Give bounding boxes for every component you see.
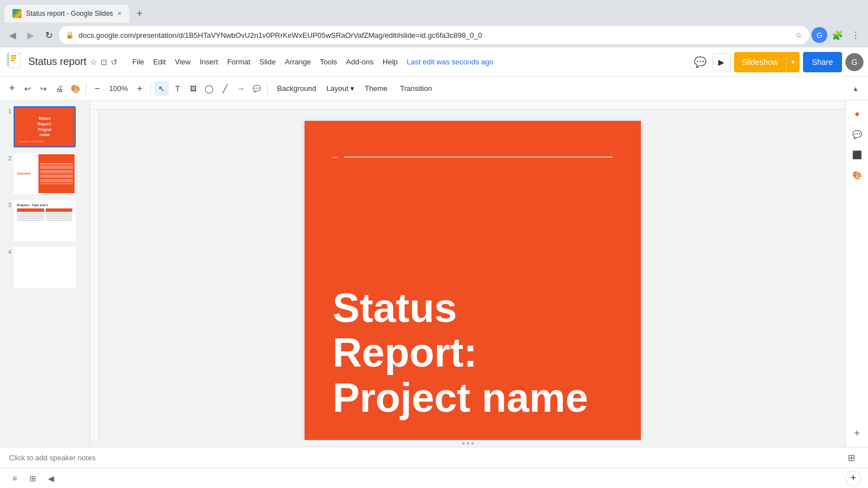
ruler-horizontal [90, 101, 845, 110]
tab-bar: Status report - Google Slides × + [0, 0, 868, 23]
toggle-panel-button[interactable]: ◀ [43, 470, 59, 486]
cursor-tool[interactable]: ↖ [154, 81, 169, 96]
secondary-toolbar: + ↩ ↪ 🖨 🎨 − 100% + ↖ T 🖼 ◯ ╱ → 💬 Backgro… [0, 77, 868, 101]
slide-num-1: 1 [3, 106, 11, 115]
menu-icon[interactable]: ⋮ [848, 27, 863, 43]
undo-tool[interactable]: ↩ [20, 81, 35, 96]
slide-preview-4[interactable] [14, 247, 76, 288]
address-bar-row: ◀ ▶ ↻ 🔒 docs.google.com/presentation/d/1… [0, 23, 868, 47]
menu-format[interactable]: Format [223, 55, 255, 68]
app-logo [5, 52, 25, 72]
slideshow-button-group: Slideshow ▾ [734, 52, 800, 72]
menu-file[interactable]: File [128, 55, 149, 68]
slide-title-text: Status Report: Project name [333, 286, 613, 420]
main-content: 1 StatusReport:Projectname Your Name • 0… [0, 101, 868, 447]
notes-placeholder: Click to add speaker notes [9, 454, 96, 462]
address-bar[interactable]: 🔒 docs.google.com/presentation/d/1B5HTaV… [59, 26, 809, 44]
slide-preview-1[interactable]: StatusReport:Projectname Your Name • 09.… [14, 106, 76, 147]
present-icon-button[interactable]: ▶ [713, 53, 731, 71]
thumb-overview-label: Overview [17, 172, 36, 176]
arrow-tool[interactable]: → [233, 81, 248, 96]
comments-button[interactable]: 💬 [691, 53, 709, 71]
zoom-out-tool[interactable]: − [90, 81, 105, 96]
profile-icon[interactable]: G [811, 27, 827, 43]
add-slide-tool[interactable]: + [5, 81, 19, 96]
canvas-wrapper: – Status Report: Project name Your Name … [99, 110, 845, 440]
print-tool[interactable]: 🖨 [52, 81, 67, 96]
thumb-title-1: StatusReport:Projectname [38, 116, 52, 138]
side-comments-button[interactable]: 💬 [848, 125, 866, 143]
transition-button[interactable]: Transition [394, 81, 438, 96]
share-button[interactable]: Share [803, 52, 842, 72]
back-button[interactable]: ◀ [5, 27, 20, 43]
move-icon[interactable]: ⊡ [101, 58, 107, 67]
bookmark-icon[interactable]: ☆ [795, 30, 802, 40]
menu-slide[interactable]: Slide [255, 55, 280, 68]
paint-tool[interactable]: 🎨 [68, 81, 83, 96]
history-icon[interactable]: ↺ [111, 58, 118, 67]
menu-edit[interactable]: Edit [149, 55, 170, 68]
notes-expand-button[interactable]: ⊞ [843, 450, 859, 465]
reload-button[interactable]: ↻ [41, 27, 57, 43]
app-title: Status report [28, 56, 86, 68]
slide-num-4: 4 [3, 247, 11, 255]
new-tab-button[interactable]: + [132, 6, 147, 21]
slide-dash: – [333, 152, 338, 162]
grid-view-button[interactable]: ⊞ [25, 470, 41, 486]
zoom-in-tool[interactable]: + [132, 81, 147, 96]
tool-separator-3 [267, 82, 268, 95]
redo-tool[interactable]: ↪ [36, 81, 51, 96]
image-tool[interactable]: 🖼 [186, 81, 201, 96]
user-avatar[interactable]: G [845, 53, 863, 71]
slide-canvas[interactable]: – Status Report: Project name Your Name … [305, 121, 641, 440]
side-present-button[interactable]: ⬛ [848, 146, 866, 164]
star-icon[interactable]: ☆ [90, 57, 97, 67]
add-slide-bottom-button[interactable]: + [845, 470, 861, 486]
slide-preview-2[interactable]: Overview [14, 153, 76, 194]
side-palette-button[interactable]: 🎨 [848, 166, 866, 184]
menu-view[interactable]: View [170, 55, 195, 68]
slide-content: – Status Report: Project name Your Name … [305, 121, 641, 440]
side-expand-button[interactable]: + [848, 424, 866, 442]
comment-tool[interactable]: 💬 [249, 81, 264, 96]
thumb-author-1: Your Name • 09.04.20XX [19, 140, 44, 143]
textbox-tool[interactable]: T [170, 81, 185, 96]
slides-panel: 1 StatusReport:Projectname Your Name • 0… [0, 101, 90, 447]
slides-view-button[interactable]: ≡ [7, 470, 23, 486]
forward-button[interactable]: ▶ [23, 27, 38, 43]
close-tab-icon[interactable]: × [118, 10, 121, 18]
slide-thumb-1[interactable]: 1 StatusReport:Projectname Your Name • 0… [2, 105, 88, 149]
active-tab[interactable]: Status report - Google Slides × [5, 5, 129, 23]
line-tool[interactable]: ╱ [218, 81, 232, 96]
tool-separator-1 [86, 82, 86, 95]
background-button[interactable]: Background [271, 81, 322, 96]
slide-thumb-3[interactable]: 3 Progress - Topic area 1 [2, 199, 88, 242]
menu-tools[interactable]: Tools [315, 55, 341, 68]
bottom-bar: ≡ ⊞ ◀ + [0, 468, 868, 488]
menu-arrange[interactable]: Arrange [280, 55, 315, 68]
svg-rect-4 [11, 58, 16, 59]
explore-button[interactable]: ✦ [848, 105, 866, 123]
menu-help[interactable]: Help [378, 55, 402, 68]
menu-addons[interactable]: Add-ons [342, 55, 378, 68]
slide-num-3: 3 [3, 200, 11, 208]
slide-top-line [344, 156, 612, 158]
thumb-title-3: Progress - Topic area 1 [17, 203, 72, 207]
app-toolbar: Status report ☆ ⊡ ↺ File Edit View Inser… [0, 47, 868, 77]
slide-preview-3[interactable]: Progress - Topic area 1 [14, 200, 76, 241]
slideshow-dropdown-button[interactable]: ▾ [786, 52, 800, 72]
speaker-notes[interactable]: Click to add speaker notes ⊞ [0, 447, 868, 468]
shape-tool[interactable]: ◯ [202, 81, 216, 96]
slide-thumb-4[interactable]: 4 [2, 246, 88, 289]
collapse-button[interactable]: ▲ [848, 81, 863, 97]
zoom-level[interactable]: 100% [106, 81, 131, 96]
last-edit-link[interactable]: Last edit was seconds ago [402, 55, 498, 68]
slide-main-title[interactable]: Status Report: Project name [333, 173, 613, 440]
menu-bar: File Edit View Insert Format Slide Arran… [128, 55, 498, 68]
slideshow-main-button[interactable]: Slideshow [734, 52, 786, 72]
extensions-icon[interactable]: 🧩 [830, 27, 845, 43]
theme-button[interactable]: Theme [359, 81, 393, 96]
slide-thumb-2[interactable]: 2 Overview [2, 152, 88, 195]
menu-insert[interactable]: Insert [195, 55, 223, 68]
layout-button[interactable]: Layout ▾ [323, 81, 358, 96]
